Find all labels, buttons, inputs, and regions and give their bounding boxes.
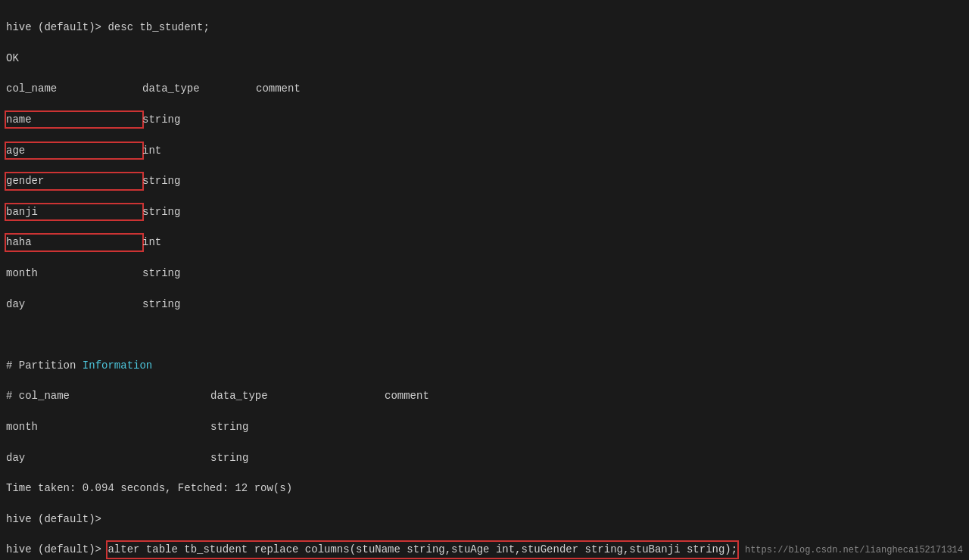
line-name: namestring <box>6 112 963 127</box>
line-banji: banjistring <box>6 204 963 219</box>
line-haha: hahaint <box>6 235 963 250</box>
line-age: ageint <box>6 143 963 158</box>
line-prompt2: hive (default)> <box>6 512 963 527</box>
terminal: hive (default)> desc tb_student; OK col_… <box>0 0 969 560</box>
line-blank1 <box>6 327 963 342</box>
line-partition-month1: monthstring <box>6 419 963 434</box>
line-day1: daystring <box>6 297 963 312</box>
line-header1: col_namedata_typecomment <box>6 81 963 96</box>
line-month1: monthstring <box>6 266 963 281</box>
line-time1: Time taken: 0.094 seconds, Fetched: 12 r… <box>6 481 963 496</box>
line-partition1: # Partition Information <box>6 358 963 373</box>
line-gender: genderstring <box>6 173 963 188</box>
line-ok1: OK <box>6 51 963 66</box>
line-partition-day1: daystring <box>6 450 963 465</box>
footer-url: https://blog.csdn.net/lianghecai52171314 <box>739 541 969 560</box>
line-partition-header1: # col_namedata_typecomment <box>6 388 963 403</box>
line-1: hive (default)> desc tb_student; <box>6 20 963 35</box>
prompt: hive (default)> desc tb_student; <box>6 21 210 33</box>
